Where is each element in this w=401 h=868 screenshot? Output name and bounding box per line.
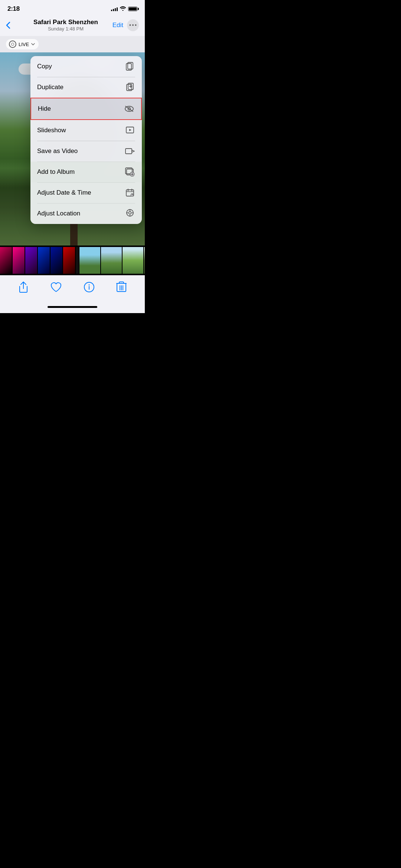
nav-title: Safari Park Shenzhen Sunday 1:48 PM	[22, 19, 109, 32]
thumbnail-item[interactable]	[144, 247, 145, 274]
svg-point-38	[89, 285, 90, 286]
menu-item-adjust-date-time[interactable]: Adjust Date & Time	[30, 182, 142, 203]
thumbnail-item[interactable]	[25, 247, 37, 274]
back-button[interactable]	[6, 22, 22, 29]
home-indicator	[0, 300, 145, 313]
svg-point-1	[132, 25, 134, 26]
location-icon	[125, 208, 135, 219]
status-time: 2:18	[7, 5, 20, 13]
nav-title-main: Safari Park Shenzhen	[22, 19, 109, 26]
info-icon	[84, 282, 95, 293]
heart-icon	[50, 282, 62, 293]
share-button[interactable]	[18, 281, 29, 293]
thumbnail-item[interactable]	[13, 247, 25, 274]
copy-icon	[125, 61, 135, 72]
svg-point-31	[129, 212, 131, 214]
status-bar: 2:18	[0, 0, 145, 16]
status-icons	[111, 6, 137, 12]
battery-icon	[128, 7, 137, 11]
thumbnail-item[interactable]	[76, 247, 79, 274]
thumbnail-item[interactable]	[101, 247, 122, 274]
album-icon	[125, 167, 135, 177]
live-bar: LIVE	[0, 36, 145, 52]
signal-icon	[111, 7, 118, 11]
chevron-down-icon	[31, 43, 35, 45]
svg-rect-14	[125, 149, 132, 154]
thumbnail-item[interactable]	[79, 247, 100, 274]
bottom-area	[0, 246, 145, 313]
trash-icon	[116, 281, 127, 293]
thumbnail-item[interactable]	[123, 247, 143, 274]
share-icon	[18, 281, 29, 293]
slideshow-icon	[125, 125, 135, 136]
thumbnail-item[interactable]	[38, 247, 50, 274]
menu-item-adjust-location[interactable]: Adjust Location	[30, 203, 142, 224]
svg-point-0	[130, 25, 131, 26]
svg-marker-13	[129, 129, 131, 131]
menu-item-slideshow[interactable]: Slideshow	[30, 120, 142, 141]
live-circle-icon	[9, 40, 16, 48]
svg-point-2	[135, 25, 137, 26]
nav-title-sub: Sunday 1:48 PM	[22, 26, 109, 32]
menu-item-hide[interactable]: Hide	[30, 98, 142, 120]
delete-button[interactable]	[116, 281, 127, 293]
nav-actions: Edit	[109, 19, 139, 31]
thumbnail-item[interactable]	[50, 247, 62, 274]
context-menu: Copy Duplicate Hide	[30, 56, 142, 224]
thumbnail-item[interactable]	[63, 247, 75, 274]
photo-area: Copy Duplicate Hide	[0, 52, 145, 246]
calendar-icon	[125, 188, 135, 198]
edit-button[interactable]: Edit	[113, 22, 123, 29]
live-label: LIVE	[19, 42, 29, 47]
menu-item-duplicate[interactable]: Duplicate	[30, 77, 142, 98]
nav-bar: Safari Park Shenzhen Sunday 1:48 PM Edit	[0, 16, 145, 36]
live-badge[interactable]: LIVE	[6, 39, 39, 49]
menu-item-copy[interactable]: Copy	[30, 56, 142, 77]
thumbnail-item[interactable]	[0, 247, 12, 274]
info-button[interactable]	[84, 282, 95, 293]
thumbnail-strip	[0, 246, 145, 275]
toolbar	[0, 275, 145, 300]
more-button[interactable]	[127, 19, 139, 31]
svg-marker-15	[132, 150, 134, 152]
hide-icon	[124, 104, 134, 114]
duplicate-icon	[125, 82, 135, 92]
home-pill	[48, 306, 97, 308]
menu-item-save-as-video[interactable]: Save as Video	[30, 141, 142, 162]
wifi-icon	[120, 6, 126, 12]
video-icon	[125, 146, 135, 156]
menu-item-add-to-album[interactable]: Add to Album	[30, 162, 142, 182]
favorite-button[interactable]	[50, 282, 62, 293]
